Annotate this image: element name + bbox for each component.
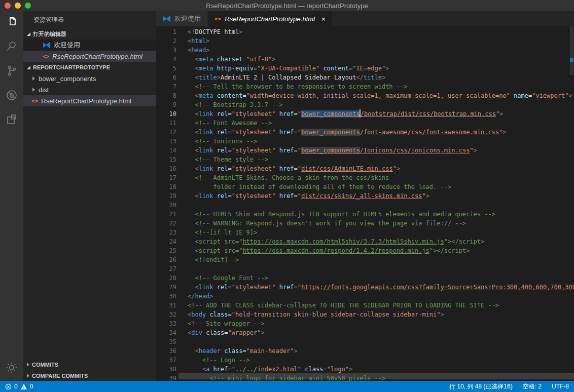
tab-bar: 欢迎使用 <> RseReportChartPrototype.html × xyxy=(156,11,574,26)
horizontal-scrollbar[interactable] xyxy=(178,373,574,379)
code-line[interactable]: 25 <script src="https://oss.maxcdn.com/r… xyxy=(156,246,574,255)
cursor-position-status[interactable]: 行 10, 列 48 (已选择16) xyxy=(449,382,513,391)
code-lines: 1<!DOCTYPE html>2<html>3<head>4 <meta ch… xyxy=(156,27,574,381)
source-control-icon xyxy=(5,64,18,80)
code-line[interactable]: 1<!DOCTYPE html> xyxy=(156,27,574,36)
code-line[interactable]: 20 xyxy=(156,201,574,210)
code-line[interactable]: 4 <meta charset="utf-8"> xyxy=(156,55,574,64)
code-line[interactable]: 32<body class="hold-transition skin-blue… xyxy=(156,310,574,319)
code-line[interactable]: 17 <!-- AdminLTE Skins. Choose a skin fr… xyxy=(156,173,574,182)
code-line[interactable]: 28 <!-- Google Font --> xyxy=(156,273,574,283)
debug-icon xyxy=(5,89,18,104)
code-line[interactable]: 14 <link rel="stylesheet" href="bower_co… xyxy=(156,146,574,155)
close-tab-icon[interactable]: × xyxy=(321,15,326,23)
code-line[interactable]: 29 <link rel="stylesheet" href="https://… xyxy=(156,283,574,292)
search-activity-button[interactable] xyxy=(0,35,23,60)
code-line[interactable]: 30</head> xyxy=(156,292,574,301)
code-line[interactable]: 18 folder instead of downloading all of … xyxy=(156,182,574,191)
line-number: 23 xyxy=(156,228,176,237)
code-line[interactable]: 38 <a href="../../index2.html" class="lo… xyxy=(156,365,574,374)
minimize-window-button[interactable] xyxy=(15,3,21,9)
code-line[interactable]: 15 <!-- Theme style --> xyxy=(156,155,574,164)
code-line[interactable]: 2<html> xyxy=(156,36,574,46)
line-number: 33 xyxy=(156,319,176,328)
commits-section-header[interactable]: COMMITS xyxy=(23,359,156,370)
code-line[interactable]: 11 <!-- Font Awesome --> xyxy=(156,119,574,128)
line-number: 5 xyxy=(156,64,176,73)
tree-item-dist[interactable]: dist xyxy=(23,84,156,95)
tree-item-bower-components[interactable]: bower_components xyxy=(23,73,156,84)
code-line[interactable]: 3<head> xyxy=(156,46,574,55)
line-number: 35 xyxy=(156,337,176,346)
line-number: 9 xyxy=(156,100,176,109)
debug-activity-button[interactable] xyxy=(0,84,23,108)
line-number: 1 xyxy=(156,27,176,36)
html-file-icon: <> xyxy=(43,53,49,60)
line-number: 13 xyxy=(156,137,176,146)
source-control-activity-button[interactable] xyxy=(0,60,23,84)
line-number: 10 xyxy=(156,109,176,119)
activity-bar xyxy=(0,11,23,381)
code-line[interactable]: 10 <link rel="stylesheet" href="bower_co… xyxy=(156,109,574,119)
line-number: 11 xyxy=(156,119,176,128)
code-line[interactable]: 22 <!-- WARNING: Respond.js doesn't work… xyxy=(156,219,574,228)
warning-count: 0 xyxy=(30,383,33,390)
encoding-status[interactable]: UTF-8 xyxy=(552,382,569,391)
code-line[interactable]: 23 <!--[if lt IE 9]> xyxy=(156,228,574,237)
warning-icon xyxy=(20,383,27,390)
code-line[interactable]: 35 xyxy=(156,337,574,346)
line-number: 31 xyxy=(156,301,176,310)
line-number: 39 xyxy=(156,374,176,381)
code-line[interactable]: 13 <!-- Ionicons --> xyxy=(156,137,574,146)
code-line[interactable]: 16 <link rel="stylesheet" href="dist/css… xyxy=(156,164,574,173)
line-number: 6 xyxy=(156,73,176,82)
code-line[interactable]: 9 <!-- Bootstrap 3.3.7 --> xyxy=(156,100,574,109)
line-number: 29 xyxy=(156,283,176,292)
open-editor-item-welcome[interactable]: 欢迎使用 xyxy=(23,40,156,51)
tab-welcome[interactable]: 欢迎使用 xyxy=(156,11,207,26)
code-line[interactable]: 36 <header class="main-header"> xyxy=(156,346,574,356)
explorer-activity-button[interactable] xyxy=(0,11,23,35)
code-line[interactable]: 19 <link rel="stylesheet" href="dist/css… xyxy=(156,191,574,201)
error-icon xyxy=(5,383,12,390)
overview-ruler[interactable] xyxy=(569,26,574,381)
code-line[interactable]: 34<div class="wrapper"> xyxy=(156,328,574,337)
code-line[interactable]: 33<!-- Site wrapper --> xyxy=(156,319,574,328)
line-number: 34 xyxy=(156,328,176,337)
code-line[interactable]: 12 <link rel="stylesheet" href="bower_co… xyxy=(156,128,574,137)
open-editors-section-header[interactable]: 打开的编辑器 xyxy=(23,28,156,40)
chevron-expanded-icon xyxy=(27,66,30,69)
settings-button[interactable] xyxy=(0,357,23,381)
line-number: 19 xyxy=(156,191,176,201)
code-line[interactable]: 8 <meta content="width=device-width, ini… xyxy=(156,91,574,100)
sidebar-title: 资源管理器 xyxy=(23,11,156,28)
code-line[interactable]: 6 <title>AdminLTE 2 | Collapsed Sidebar … xyxy=(156,73,574,82)
line-number: 14 xyxy=(156,146,176,155)
extensions-activity-button[interactable] xyxy=(0,108,23,133)
status-bar: 0 0 行 10, 列 48 (已选择16) 空格: 2 UTF-8 xyxy=(0,381,574,392)
problems-status-item[interactable]: 0 0 xyxy=(5,383,33,390)
tree-item-file[interactable]: <> RseReportChartPrototype.html xyxy=(23,95,156,106)
code-line[interactable]: 24 <script src="https://oss.maxcdn.com/h… xyxy=(156,237,574,246)
code-line[interactable]: 21 <!-- HTML5 Shim and Respond.js IE8 su… xyxy=(156,210,574,219)
code-line[interactable]: 5 <meta http-equiv="X-UA-Compatible" con… xyxy=(156,64,574,73)
line-number: 28 xyxy=(156,273,176,283)
code-line[interactable]: 27 xyxy=(156,264,574,273)
vertical-scrollbar[interactable] xyxy=(570,26,573,75)
project-section-header[interactable]: REPORTCHARTPROTOTYPE xyxy=(23,62,156,73)
window-title: RseReportChartPrototype.html — reportCha… xyxy=(206,2,368,10)
code-line[interactable]: 26 <![endif]--> xyxy=(156,255,574,264)
indentation-status[interactable]: 空格: 2 xyxy=(523,382,542,391)
open-editor-item-file[interactable]: <> RseReportChartPrototype.html xyxy=(23,51,156,62)
vscode-logo-icon xyxy=(43,41,51,49)
explorer-sidebar: 资源管理器 打开的编辑器 欢迎使用 <> RseReportChartProto… xyxy=(23,11,156,381)
tab-active-file[interactable]: <> RseReportChartPrototype.html × xyxy=(208,11,332,26)
compare-commits-section-header[interactable]: COMPARE COMMITS xyxy=(23,370,156,381)
code-line[interactable]: 7 <!-- Tell the browser to be responsive… xyxy=(156,82,574,91)
zoom-window-button[interactable] xyxy=(25,3,31,9)
code-line[interactable]: 31<!-- ADD THE CLASS sidebar-collapse TO… xyxy=(156,301,574,310)
line-number: 25 xyxy=(156,246,176,255)
code-line[interactable]: 37 <!-- Logo --> xyxy=(156,356,574,365)
close-window-button[interactable] xyxy=(5,3,11,9)
code-editor[interactable]: 1<!DOCTYPE html>2<html>3<head>4 <meta ch… xyxy=(156,26,574,381)
